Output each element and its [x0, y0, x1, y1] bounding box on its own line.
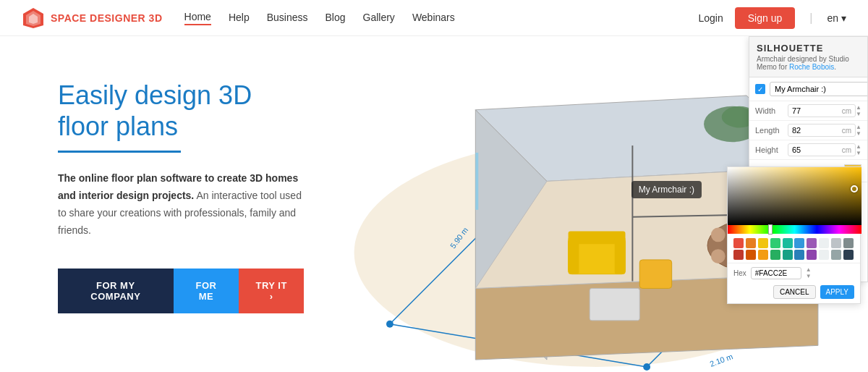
- header: SPACE DESIGNER 3D Home Help Business Blo…: [0, 0, 868, 36]
- color-swatch[interactable]: [819, 250, 829, 260]
- hex-label: Hex: [733, 269, 746, 277]
- panel-subtitle: Armchair designed by Studio Memo for Roc…: [757, 55, 860, 71]
- color-swatch[interactable]: [807, 250, 817, 260]
- color-swatch[interactable]: [758, 238, 768, 248]
- try-it-button[interactable]: TRY IT ›: [239, 269, 304, 313]
- length-value: 82 cm: [788, 124, 856, 137]
- header-actions: Login Sign up | en ▾: [699, 7, 846, 29]
- page-title: Easily design 3D floor plans: [58, 80, 304, 142]
- color-swatch[interactable]: [746, 238, 756, 248]
- language-selector[interactable]: en ▾: [827, 12, 846, 24]
- color-swatch[interactable]: [843, 238, 854, 248]
- for-company-button[interactable]: FOR MY COMPANY: [58, 269, 174, 313]
- length-label: Length: [755, 126, 788, 135]
- visual-area: 5.90 m 5.60 m 20.20 m 7.10 m 2.10 m: [333, 36, 868, 372]
- svg-rect-33: [590, 288, 639, 320]
- width-label: Width: [755, 106, 788, 115]
- hero-description: The online floor plan software to create…: [58, 170, 304, 239]
- nav-gallery[interactable]: Gallery: [363, 12, 395, 25]
- color-swatch[interactable]: [733, 238, 744, 248]
- color-gradient[interactable]: [728, 167, 861, 225]
- width-stepper[interactable]: ▲▼: [856, 104, 861, 117]
- divider: |: [809, 12, 812, 25]
- hex-input[interactable]: [751, 267, 801, 279]
- name-row: [749, 77, 867, 101]
- signup-button[interactable]: Sign up: [735, 7, 795, 29]
- svg-rect-30: [569, 237, 579, 274]
- hero-section: Easily design 3D floor plans The online …: [0, 36, 333, 372]
- for-me-button[interactable]: FOR ME: [174, 269, 239, 313]
- color-swatch[interactable]: [783, 250, 793, 260]
- color-swatch[interactable]: [783, 238, 793, 248]
- svg-point-38: [711, 249, 726, 263]
- svg-point-10: [643, 363, 650, 371]
- height-row: Height 65 cm ▲▼: [749, 140, 867, 160]
- color-swatch[interactable]: [794, 238, 804, 248]
- color-swatch[interactable]: [843, 250, 854, 260]
- hex-row: Hex ▲▼: [728, 263, 860, 282]
- apply-button[interactable]: APPLY: [820, 285, 855, 299]
- logo-icon: [22, 7, 45, 30]
- color-pointer[interactable]: [851, 185, 858, 193]
- hex-stepper[interactable]: ▲▼: [806, 266, 812, 279]
- svg-rect-23: [475, 153, 478, 210]
- svg-point-35: [711, 228, 726, 242]
- svg-text:2.10 m: 2.10 m: [709, 352, 734, 368]
- armchair-name-input[interactable]: [770, 82, 868, 96]
- hue-pointer[interactable]: [768, 224, 773, 234]
- cta-buttons: FOR MY COMPANY FOR ME TRY IT ›: [58, 269, 304, 313]
- logo-text: SPACE DESIGNER 3D: [51, 12, 163, 24]
- color-swatch[interactable]: [758, 250, 768, 260]
- color-swatch[interactable]: [819, 238, 829, 248]
- color-swatch[interactable]: [746, 250, 756, 260]
- color-swatch[interactable]: [794, 250, 804, 260]
- name-checkbox[interactable]: [755, 84, 765, 94]
- hue-bar[interactable]: [728, 225, 861, 234]
- nav-home[interactable]: Home: [184, 11, 211, 25]
- color-swatch[interactable]: [807, 238, 817, 248]
- cancel-button[interactable]: CANCEL: [773, 285, 816, 299]
- headline-underline: [58, 151, 181, 153]
- color-swatch[interactable]: [770, 238, 780, 248]
- brand-link[interactable]: Roche Bobois: [789, 63, 834, 71]
- logo[interactable]: SPACE DESIGNER 3D: [22, 7, 163, 30]
- color-swatches: [728, 234, 860, 263]
- width-row: Width 77 cm ▲▼: [749, 101, 867, 121]
- color-picker: Hex ▲▼ CANCEL APPLY: [727, 166, 861, 304]
- length-stepper[interactable]: ▲▼: [856, 124, 861, 137]
- height-value: 65 cm: [788, 143, 856, 156]
- color-swatch[interactable]: [831, 238, 841, 248]
- nav-blog[interactable]: Blog: [325, 12, 345, 25]
- svg-rect-31: [615, 237, 626, 274]
- panel-header: SILHOUETTE Armchair designed by Studio M…: [749, 37, 867, 77]
- main-nav: Home Help Business Blog Gallery Webinars: [184, 11, 455, 25]
- color-swatch[interactable]: [733, 250, 744, 260]
- nav-business[interactable]: Business: [267, 12, 308, 25]
- armchair-label: My Armchair :): [631, 181, 702, 198]
- svg-point-8: [386, 321, 393, 328]
- color-actions: CANCEL APPLY: [728, 282, 860, 303]
- height-label: Height: [755, 145, 788, 154]
- main-content: Easily design 3D floor plans The online …: [0, 36, 868, 372]
- login-button[interactable]: Login: [699, 12, 723, 24]
- nav-webinars[interactable]: Webinars: [412, 12, 455, 25]
- length-row: Length 82 cm ▲▼: [749, 121, 867, 140]
- svg-rect-32: [639, 260, 671, 288]
- panel-title: SILHOUETTE: [757, 43, 860, 54]
- width-value: 77 cm: [788, 104, 856, 117]
- height-stepper[interactable]: ▲▼: [856, 143, 861, 156]
- chevron-down-icon: ▾: [841, 12, 846, 24]
- color-swatch[interactable]: [770, 250, 780, 260]
- color-swatch[interactable]: [831, 250, 841, 260]
- nav-help[interactable]: Help: [229, 12, 250, 25]
